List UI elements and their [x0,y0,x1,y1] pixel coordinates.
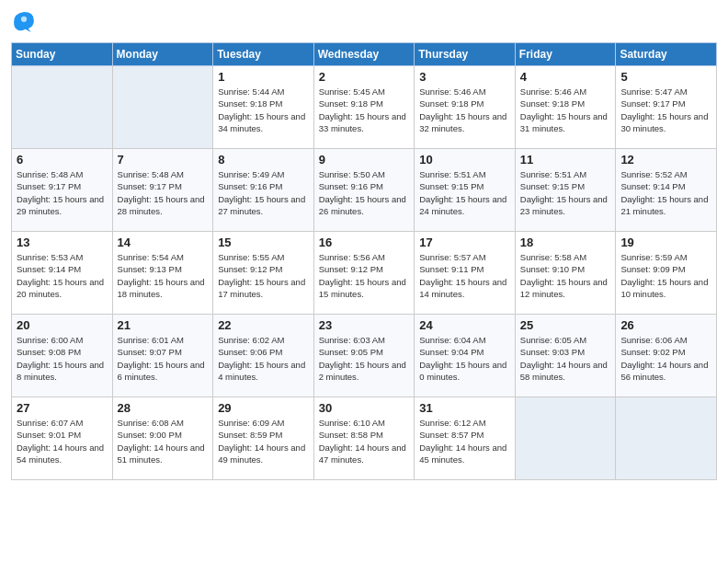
day-of-week-header: Tuesday [213,43,314,66]
day-info: Sunrise: 5:57 AMSunset: 9:11 PMDaylight:… [419,251,510,300]
day-info: Sunrise: 5:52 AMSunset: 9:14 PMDaylight:… [620,168,711,217]
calendar-cell: 23Sunrise: 6:03 AMSunset: 9:05 PMDayligh… [313,315,415,397]
calendar-cell [616,397,717,480]
day-of-week-header: Monday [112,43,213,66]
page-header [11,9,717,35]
day-info: Sunrise: 6:02 AMSunset: 9:06 PMDaylight:… [218,334,309,383]
day-number: 15 [218,236,309,249]
day-number: 13 [17,236,108,249]
day-of-week-header: Saturday [616,43,717,66]
calendar-cell: 14Sunrise: 5:54 AMSunset: 9:13 PMDayligh… [112,232,213,315]
day-number: 12 [620,153,711,167]
day-number: 6 [17,153,108,167]
day-info: Sunrise: 6:04 AMSunset: 9:04 PMDaylight:… [419,334,510,383]
day-number: 10 [419,153,510,167]
day-number: 5 [620,70,711,84]
day-of-week-header: Thursday [415,43,516,66]
day-number: 14 [118,236,209,249]
day-info: Sunrise: 6:10 AMSunset: 8:58 PMDaylight:… [319,417,410,465]
day-info: Sunrise: 5:44 AMSunset: 9:18 PMDaylight:… [218,86,309,134]
day-info: Sunrise: 5:48 AMSunset: 9:17 PMDaylight:… [118,168,209,217]
day-info: Sunrise: 6:08 AMSunset: 9:00 PMDaylight:… [118,417,209,465]
day-info: Sunrise: 5:51 AMSunset: 9:15 PMDaylight:… [419,168,510,217]
day-info: Sunrise: 5:53 AMSunset: 9:14 PMDaylight:… [17,251,108,300]
day-number: 16 [319,236,410,249]
calendar-cell: 9Sunrise: 5:50 AMSunset: 9:16 PMDaylight… [313,149,415,232]
day-number: 7 [118,153,209,167]
calendar-cell: 3Sunrise: 5:46 AMSunset: 9:18 PMDaylight… [415,66,516,149]
day-info: Sunrise: 6:00 AMSunset: 9:08 PMDaylight:… [17,334,108,383]
day-info: Sunrise: 5:48 AMSunset: 9:17 PMDaylight:… [17,168,108,217]
day-number: 21 [118,318,209,332]
calendar-cell: 22Sunrise: 6:02 AMSunset: 9:06 PMDayligh… [213,315,314,397]
day-info: Sunrise: 5:49 AMSunset: 9:16 PMDaylight:… [218,168,309,217]
day-number: 25 [520,318,611,332]
calendar-cell: 11Sunrise: 5:51 AMSunset: 9:15 PMDayligh… [515,149,616,232]
day-info: Sunrise: 5:46 AMSunset: 9:18 PMDaylight:… [520,86,611,134]
day-info: Sunrise: 6:06 AMSunset: 9:02 PMDaylight:… [620,334,711,383]
page-container: SundayMondayTuesdayWednesdayThursdayFrid… [0,0,728,491]
day-number: 20 [17,318,108,332]
day-info: Sunrise: 6:05 AMSunset: 9:03 PMDaylight:… [520,334,611,383]
day-number: 1 [218,70,309,84]
day-number: 17 [419,236,510,249]
day-info: Sunrise: 5:59 AMSunset: 9:09 PMDaylight:… [620,251,711,300]
calendar-cell: 27Sunrise: 6:07 AMSunset: 9:01 PMDayligh… [12,397,113,480]
day-info: Sunrise: 5:51 AMSunset: 9:15 PMDaylight:… [520,168,611,217]
calendar-header-row: SundayMondayTuesdayWednesdayThursdayFrid… [12,43,717,66]
calendar-cell: 26Sunrise: 6:06 AMSunset: 9:02 PMDayligh… [616,315,717,397]
day-of-week-header: Wednesday [313,43,415,66]
calendar-cell: 6Sunrise: 5:48 AMSunset: 9:17 PMDaylight… [12,149,113,232]
calendar-cell: 8Sunrise: 5:49 AMSunset: 9:16 PMDaylight… [213,149,314,232]
day-info: Sunrise: 5:58 AMSunset: 9:10 PMDaylight:… [520,251,611,300]
calendar-cell: 31Sunrise: 6:12 AMSunset: 8:57 PMDayligh… [415,397,516,480]
day-number: 28 [118,401,209,415]
calendar-cell: 17Sunrise: 5:57 AMSunset: 9:11 PMDayligh… [415,232,516,315]
day-of-week-header: Friday [515,43,616,66]
day-info: Sunrise: 6:03 AMSunset: 9:05 PMDaylight:… [319,334,410,383]
calendar-cell: 2Sunrise: 5:45 AMSunset: 9:18 PMDaylight… [313,66,415,149]
day-number: 24 [419,318,510,332]
calendar-cell: 28Sunrise: 6:08 AMSunset: 9:00 PMDayligh… [112,397,213,480]
day-info: Sunrise: 5:50 AMSunset: 9:16 PMDaylight:… [319,168,410,217]
calendar-cell: 5Sunrise: 5:47 AMSunset: 9:17 PMDaylight… [616,66,717,149]
day-info: Sunrise: 6:07 AMSunset: 9:01 PMDaylight:… [17,417,108,465]
calendar-cell [515,397,616,480]
day-info: Sunrise: 6:12 AMSunset: 8:57 PMDaylight:… [419,417,510,465]
day-number: 31 [419,401,510,415]
calendar-cell [112,66,213,149]
calendar-table: SundayMondayTuesdayWednesdayThursdayFrid… [11,42,717,480]
calendar-cell: 20Sunrise: 6:00 AMSunset: 9:08 PMDayligh… [12,315,113,397]
day-number: 19 [620,236,711,249]
calendar-cell: 30Sunrise: 6:10 AMSunset: 8:58 PMDayligh… [313,397,415,480]
day-info: Sunrise: 5:55 AMSunset: 9:12 PMDaylight:… [218,251,309,300]
day-info: Sunrise: 5:54 AMSunset: 9:13 PMDaylight:… [118,251,209,300]
calendar-cell: 18Sunrise: 5:58 AMSunset: 9:10 PMDayligh… [515,232,616,315]
calendar-cell: 15Sunrise: 5:55 AMSunset: 9:12 PMDayligh… [213,232,314,315]
day-number: 2 [319,70,410,84]
calendar-week-row: 27Sunrise: 6:07 AMSunset: 9:01 PMDayligh… [12,397,717,480]
day-info: Sunrise: 5:45 AMSunset: 9:18 PMDaylight:… [319,86,410,134]
calendar-week-row: 1Sunrise: 5:44 AMSunset: 9:18 PMDaylight… [12,66,717,149]
calendar-cell: 21Sunrise: 6:01 AMSunset: 9:07 PMDayligh… [112,315,213,397]
day-number: 11 [520,153,611,167]
calendar-cell: 19Sunrise: 5:59 AMSunset: 9:09 PMDayligh… [616,232,717,315]
calendar-week-row: 6Sunrise: 5:48 AMSunset: 9:17 PMDaylight… [12,149,717,232]
day-info: Sunrise: 6:01 AMSunset: 9:07 PMDaylight:… [118,334,209,383]
calendar-cell: 25Sunrise: 6:05 AMSunset: 9:03 PMDayligh… [515,315,616,397]
logo-icon [11,9,37,35]
day-number: 23 [319,318,410,332]
calendar-week-row: 13Sunrise: 5:53 AMSunset: 9:14 PMDayligh… [12,232,717,315]
day-of-week-header: Sunday [12,43,113,66]
day-number: 27 [17,401,108,415]
day-number: 29 [218,401,309,415]
calendar-cell: 13Sunrise: 5:53 AMSunset: 9:14 PMDayligh… [12,232,113,315]
calendar-cell: 1Sunrise: 5:44 AMSunset: 9:18 PMDaylight… [213,66,314,149]
day-number: 8 [218,153,309,167]
day-info: Sunrise: 6:09 AMSunset: 8:59 PMDaylight:… [218,417,309,465]
calendar-cell: 24Sunrise: 6:04 AMSunset: 9:04 PMDayligh… [415,315,516,397]
day-number: 22 [218,318,309,332]
day-info: Sunrise: 5:46 AMSunset: 9:18 PMDaylight:… [419,86,510,134]
calendar-cell: 4Sunrise: 5:46 AMSunset: 9:18 PMDaylight… [515,66,616,149]
day-number: 9 [319,153,410,167]
